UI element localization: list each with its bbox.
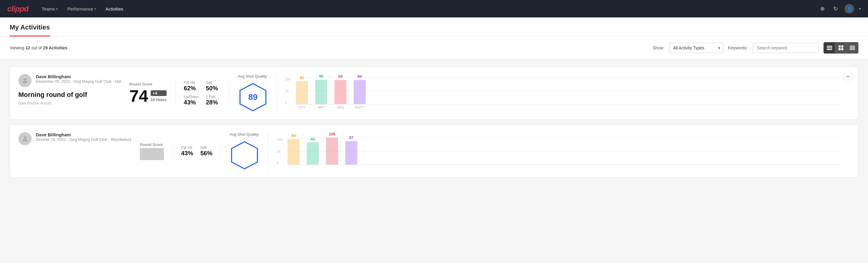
round-score-label-2: Round Score [140, 142, 164, 147]
svg-rect-7 [850, 46, 855, 46]
bar-putt-value: 89 [358, 74, 362, 79]
gir-label-2: GIR [200, 146, 212, 150]
updown-group: Up/Down 43% [184, 95, 198, 106]
fw-hit-label-2: FW Hit [181, 146, 193, 150]
oneputt-value: 28% [206, 99, 220, 106]
nav-teams[interactable]: Teams ▾ [38, 4, 61, 14]
bar-putt: 89 [354, 74, 366, 104]
activity-type-select-wrapper: All Activity Types [669, 43, 723, 53]
card-header-2: Dave Billingham October 16, 2021 - Gog M… [18, 132, 131, 145]
nav-right: ⊕ ↻ 👤 ▾ [818, 4, 861, 13]
main-content: ✏ Dave Billingham December 05, 2021 - Go… [0, 59, 868, 190]
score-placeholder [140, 148, 164, 160]
view-toggle [824, 42, 858, 54]
updown-label: Up/Down [184, 95, 198, 99]
fw-hit-label: FW Hit [184, 81, 198, 85]
bar-app-value: 90 [319, 74, 323, 79]
toolbar: Viewing 12 out of 29 Activities Show: Al… [0, 37, 868, 59]
svg-rect-1 [827, 48, 832, 49]
navbar: clippd Teams ▾ Performance ▾ Activities … [0, 0, 868, 18]
user-avatar[interactable]: 👤 [844, 4, 854, 13]
svg-rect-0 [827, 46, 832, 47]
fw-gir-section-2: FW Hit 43% GIR 56% [173, 146, 221, 157]
user-date-2: October 16, 2021 - Gog Magog Golf Club -… [36, 137, 131, 142]
avg-shot-section-2: Avg Shot Quality [221, 132, 268, 170]
bar-arg-value: 89 [338, 74, 343, 79]
svg-rect-4 [841, 46, 843, 48]
round-score-section-2: Round Score [131, 142, 173, 160]
user-info-2: Dave Billingham October 16, 2021 - Gog M… [36, 132, 131, 142]
card-header: Dave Billingham December 05, 2021 - Gog … [18, 74, 121, 87]
y-label-100: 100 [285, 77, 290, 81]
user-info: Dave Billingham December 05, 2021 - Gog … [36, 74, 121, 84]
hexagon-value: 89 [248, 92, 257, 102]
bar-arg-bg [335, 80, 346, 104]
y-label-0: 0 [285, 101, 290, 105]
user-name-2: Dave Billingham [36, 132, 131, 137]
y-label-50-2: 50 [277, 150, 282, 153]
show-label: Show: [653, 46, 664, 50]
bar-ott-bg [296, 81, 308, 104]
gir-group-2: GIR 56% [200, 146, 212, 157]
bar-app-bg-2 [307, 142, 319, 165]
svg-rect-5 [839, 48, 841, 50]
x-label-putt: PUTT [354, 106, 366, 109]
score-number: 74 [129, 88, 148, 105]
user-name: Dave Billingham [36, 74, 121, 79]
page-header: My Activities [0, 18, 868, 37]
nav-links: Teams ▾ Performance ▾ Activities [38, 4, 808, 14]
holes-label: 18 Holes [151, 98, 166, 102]
bar-app-2: 82 [307, 137, 319, 165]
avg-shot-label: Avg Shot Quality [238, 74, 267, 79]
bar-arg-value-2: 106 [329, 132, 335, 136]
gir-label: GIR [206, 81, 220, 85]
refresh-icon[interactable]: ↻ [831, 4, 840, 13]
nav-activities[interactable]: Activities [102, 4, 127, 14]
avg-shot-section: Avg Shot Quality 89 [229, 74, 277, 112]
svg-rect-3 [839, 46, 841, 48]
score-badge: +4 [151, 90, 166, 96]
svg-marker-14 [231, 142, 257, 169]
fw-hit-value-2: 43% [181, 150, 193, 157]
fw-gir-section: FW Hit 62% GIR 50% Up/Down 43% 1 Putt [175, 81, 229, 106]
bar-putt-bg [354, 80, 366, 104]
chevron-down-icon: ▾ [859, 7, 861, 11]
bar-putt-bg-2 [345, 141, 357, 165]
card-layout: Dave Billingham December 05, 2021 - Gog … [18, 74, 850, 112]
avg-shot-label-2: Avg Shot Quality [229, 132, 259, 137]
svg-rect-10 [850, 49, 855, 50]
gir-group: GIR 50% [206, 81, 220, 92]
fw-hit-value: 62% [184, 85, 198, 92]
user-date: December 05, 2021 - Gog Magog Golf Club … [36, 79, 121, 84]
fw-hit-group: FW Hit 62% [184, 81, 198, 92]
activity-type-select[interactable]: All Activity Types [669, 43, 723, 53]
card-right: Round Score 74 +4 18 Holes FW Hit [121, 74, 850, 112]
avatar-icon: 👤 [847, 6, 852, 11]
round-score-value: 74 +4 18 Holes [129, 88, 166, 105]
add-icon[interactable]: ⊕ [818, 4, 827, 13]
search-input[interactable] [752, 43, 819, 53]
bar-ott-bg-2 [287, 139, 300, 165]
fw-hit-group-2: FW Hit 43% [181, 146, 193, 157]
view-list-compact-button[interactable] [847, 42, 858, 53]
nav-performance[interactable]: Performance ▾ [64, 4, 99, 14]
hexagon-2 [229, 140, 259, 170]
mini-stats: FW Hit 62% GIR 50% Up/Down 43% 1 Putt [184, 81, 221, 106]
chevron-down-icon: ▾ [94, 7, 96, 10]
chart-section: 100 50 0 85 [277, 77, 850, 109]
oneputt-group: 1 Putt 28% [206, 95, 220, 106]
view-list-detail-button[interactable] [824, 42, 835, 53]
logo[interactable]: clippd [7, 4, 29, 13]
gir-value: 50% [206, 85, 220, 92]
chart-section-2: 100 50 0 94 82 [268, 138, 850, 165]
updown-value: 43% [184, 99, 198, 106]
x-label-arg: ARG [335, 106, 346, 109]
round-score-section: Round Score 74 +4 18 Holes [121, 82, 175, 105]
bar-app-bg [315, 80, 327, 104]
avatar [18, 74, 32, 87]
view-grid-button[interactable] [835, 42, 847, 53]
bar-arg-2: 106 [326, 132, 338, 165]
x-label-ott: OTT [296, 106, 308, 109]
bar-app-value-2: 82 [311, 137, 315, 141]
svg-rect-2 [827, 49, 832, 50]
